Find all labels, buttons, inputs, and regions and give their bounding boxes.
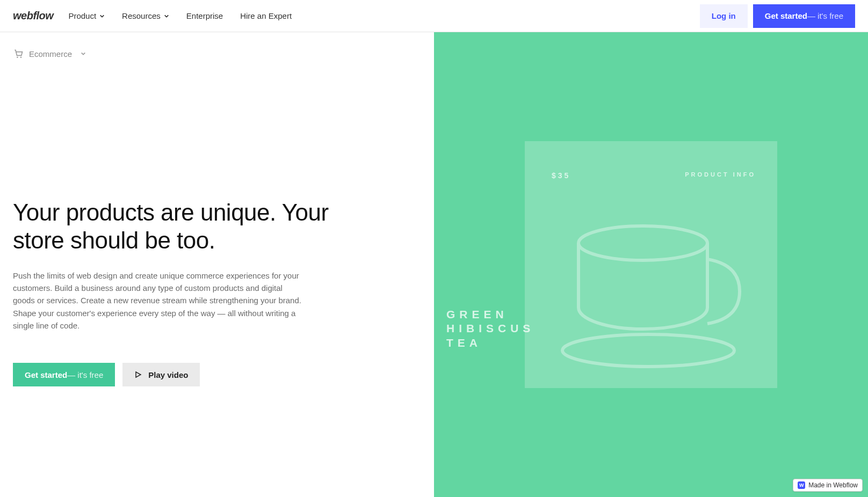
cta-bold: Get started (25, 370, 67, 379)
cta-row: Get started — it's free Play video (13, 363, 380, 386)
play-label: Play video (148, 370, 188, 379)
badge-text: Made in Webflow (808, 481, 858, 489)
nav-resources-label: Resources (122, 11, 161, 20)
get-started-hero-button[interactable]: Get started — it's free (13, 363, 115, 386)
product-name-line1: GREEN (446, 308, 534, 321)
made-in-webflow-badge[interactable]: W Made in Webflow (793, 479, 863, 492)
play-video-button[interactable]: Play video (122, 363, 200, 386)
cta-bold: Get started (765, 11, 807, 20)
product-name-line3: TEA (446, 336, 534, 350)
play-icon (134, 371, 142, 378)
product-card: $35 PRODUCT INFO GREEN HIBISCUS TEA (525, 141, 777, 388)
hero-paragraph: Push the limits of web design and create… (13, 269, 303, 332)
cta-rest: — it's free (67, 370, 103, 379)
logo[interactable]: webflow (13, 10, 53, 22)
webflow-badge-icon: W (798, 481, 805, 489)
cup-illustration (557, 211, 750, 372)
get-started-nav-button[interactable]: Get started — it's free (753, 4, 855, 28)
nav-resources[interactable]: Resources (122, 11, 169, 20)
svg-point-3 (562, 334, 734, 367)
product-price: $35 (552, 171, 570, 180)
product-name-line2: HIBISCUS (446, 321, 534, 335)
nav-hire[interactable]: Hire an Expert (240, 11, 292, 20)
nav-product-label: Product (68, 11, 96, 20)
nav-enterprise[interactable]: Enterprise (186, 11, 223, 20)
product-info-label[interactable]: PRODUCT INFO (685, 171, 756, 178)
navbar: webflow Product Resources Enterprise Hir… (0, 0, 868, 32)
nav-hire-label: Hire an Expert (240, 11, 292, 20)
main: Your products are unique. Your store sho… (0, 59, 868, 497)
chevron-down-icon (81, 51, 86, 56)
hero-left: Your products are unique. Your store sho… (0, 59, 434, 497)
nav-product[interactable]: Product (68, 11, 105, 20)
login-button[interactable]: Log in (700, 4, 748, 28)
svg-point-2 (578, 226, 707, 260)
cart-icon (13, 48, 24, 59)
product-name: GREEN HIBISCUS TEA (446, 308, 534, 350)
chevron-down-icon (164, 13, 169, 19)
svg-point-1 (20, 56, 22, 58)
nav-enterprise-label: Enterprise (186, 11, 223, 20)
cta-rest: — it's free (807, 11, 843, 20)
chevron-down-icon (99, 13, 105, 19)
svg-point-0 (17, 56, 18, 58)
hero-title: Your products are unique. Your store sho… (13, 199, 380, 254)
nav-right: Log in Get started — it's free (700, 4, 855, 28)
nav-left: webflow Product Resources Enterprise Hir… (13, 10, 292, 22)
subnav-label: Ecommerce (29, 49, 72, 59)
nav-items: Product Resources Enterprise Hire an Exp… (68, 11, 292, 20)
hero-right: $35 PRODUCT INFO GREEN HIBISCUS TEA (434, 32, 868, 497)
